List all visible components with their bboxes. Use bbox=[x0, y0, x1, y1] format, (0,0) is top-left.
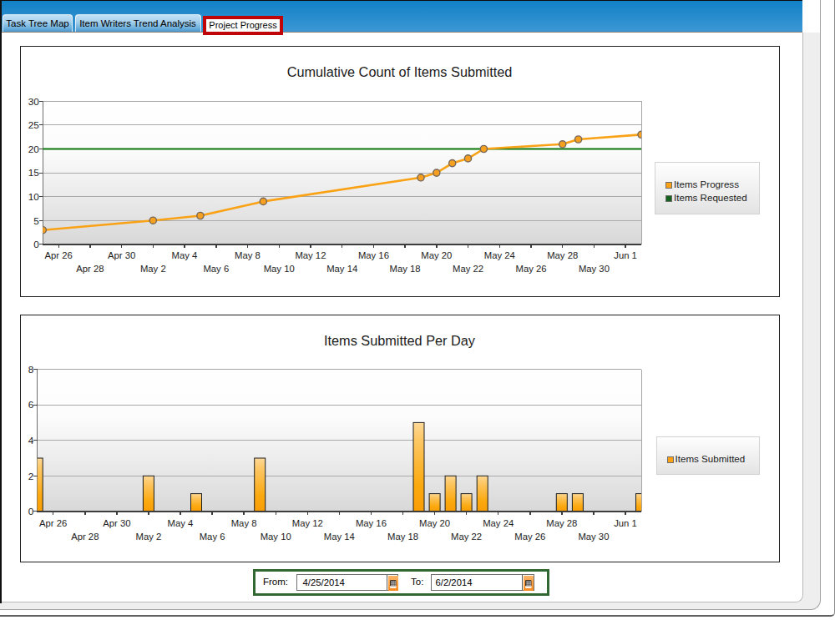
svg-text:May 22: May 22 bbox=[451, 532, 482, 542]
svg-text:May 10: May 10 bbox=[264, 264, 295, 274]
svg-text:May 6: May 6 bbox=[200, 532, 225, 542]
svg-text:30: 30 bbox=[28, 96, 40, 108]
svg-text:May 18: May 18 bbox=[387, 532, 418, 542]
svg-text:May 8: May 8 bbox=[231, 518, 257, 528]
svg-text:May 22: May 22 bbox=[453, 264, 483, 274]
svg-text:May 26: May 26 bbox=[514, 532, 545, 542]
svg-text:May 20: May 20 bbox=[421, 250, 452, 260]
svg-text:May 18: May 18 bbox=[390, 264, 421, 274]
svg-text:25: 25 bbox=[28, 119, 40, 131]
svg-text:Apr 26: Apr 26 bbox=[39, 518, 67, 528]
svg-text:May 28: May 28 bbox=[547, 250, 578, 260]
svg-text:6: 6 bbox=[28, 399, 34, 411]
svg-text:May 4: May 4 bbox=[172, 250, 198, 260]
svg-text:4: 4 bbox=[28, 435, 34, 446]
svg-text:0: 0 bbox=[28, 506, 34, 517]
svg-text:15: 15 bbox=[28, 167, 40, 179]
svg-text:May 16: May 16 bbox=[356, 518, 387, 528]
svg-text:Apr 28: Apr 28 bbox=[76, 264, 104, 274]
svg-text:Apr 30: Apr 30 bbox=[108, 250, 135, 260]
svg-text:May 12: May 12 bbox=[295, 250, 326, 260]
svg-text:May 14: May 14 bbox=[326, 264, 357, 274]
svg-text:May 16: May 16 bbox=[358, 250, 389, 260]
svg-text:May 12: May 12 bbox=[292, 518, 323, 528]
svg-text:20: 20 bbox=[28, 144, 40, 155]
svg-text:May 26: May 26 bbox=[515, 264, 546, 274]
svg-text:May 20: May 20 bbox=[419, 518, 450, 528]
svg-text:Apr 26: Apr 26 bbox=[45, 250, 73, 260]
svg-text:May 2: May 2 bbox=[136, 532, 162, 542]
svg-text:May 4: May 4 bbox=[168, 518, 194, 528]
svg-text:May 28: May 28 bbox=[546, 518, 577, 528]
svg-text:May 2: May 2 bbox=[140, 264, 166, 274]
svg-text:0: 0 bbox=[33, 239, 39, 250]
svg-text:10: 10 bbox=[28, 191, 40, 203]
svg-text:Jun 1: Jun 1 bbox=[614, 250, 637, 260]
svg-text:May 30: May 30 bbox=[579, 264, 610, 274]
svg-text:2: 2 bbox=[28, 471, 34, 482]
svg-text:May 24: May 24 bbox=[483, 518, 514, 528]
svg-text:Jun 1: Jun 1 bbox=[614, 518, 637, 528]
svg-text:May 24: May 24 bbox=[484, 250, 515, 260]
svg-text:Apr 30: Apr 30 bbox=[103, 518, 130, 528]
svg-text:May 8: May 8 bbox=[235, 250, 261, 260]
svg-text:5: 5 bbox=[33, 215, 39, 227]
svg-text:May 10: May 10 bbox=[261, 532, 291, 542]
svg-text:Apr 28: Apr 28 bbox=[71, 532, 99, 542]
svg-text:8: 8 bbox=[28, 364, 34, 376]
svg-text:May 14: May 14 bbox=[324, 532, 355, 542]
svg-text:May 6: May 6 bbox=[203, 264, 229, 274]
svg-text:May 30: May 30 bbox=[578, 532, 609, 542]
